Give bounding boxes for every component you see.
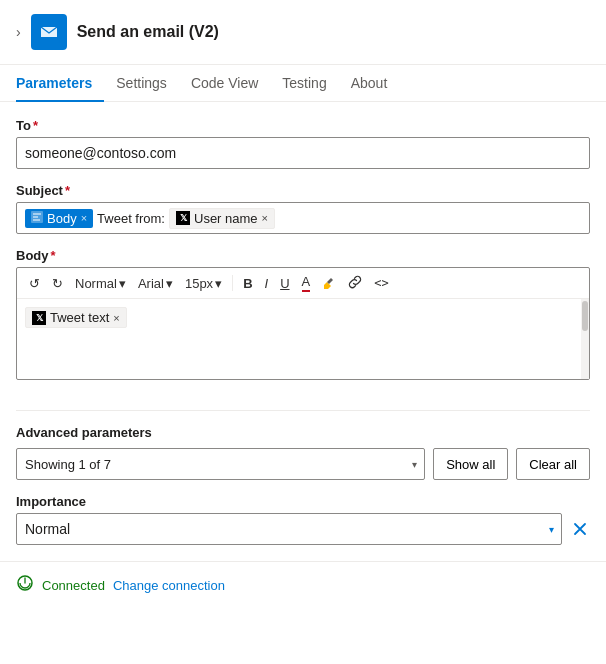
highlight-button[interactable] [318, 273, 340, 294]
body-field-group: Body * ↺ ↻ Normal Arial 15px B [16, 248, 590, 380]
subject-label: Subject * [16, 183, 590, 198]
advanced-label: Advanced parameters [16, 425, 590, 440]
subject-tag-username[interactable]: 𝕏 User name × [169, 208, 275, 229]
required-indicator: * [33, 118, 38, 133]
body-tag-tweet[interactable]: 𝕏 Tweet text × [25, 307, 127, 328]
italic-button[interactable]: I [261, 274, 273, 293]
subject-text-between: Tweet from: [97, 211, 165, 226]
subject-input[interactable]: Body × Tweet from: 𝕏 User name × [16, 202, 590, 234]
tag-label: Body [47, 211, 77, 226]
undo-button[interactable]: ↺ [25, 274, 44, 293]
tabs-bar: Parameters Settings Code View Testing Ab… [0, 65, 606, 102]
tag-close-button[interactable]: × [113, 312, 119, 324]
clear-importance-button[interactable] [570, 519, 590, 539]
size-chevron-icon [215, 276, 222, 291]
toolbar-divider [232, 275, 233, 291]
tab-parameters[interactable]: Parameters [16, 65, 104, 101]
tag-label: User name [194, 211, 258, 226]
back-button[interactable]: › [16, 24, 21, 40]
font-chevron-icon [166, 276, 173, 291]
to-field-group: To * [16, 118, 590, 169]
app-icon [31, 14, 67, 50]
tag-icon [31, 211, 43, 226]
tab-settings[interactable]: Settings [104, 65, 179, 101]
twitter-x-icon: 𝕏 [32, 311, 46, 325]
importance-select[interactable]: Normal Low High [16, 513, 562, 545]
bold-button[interactable]: B [239, 274, 256, 293]
showing-select[interactable]: Showing 1 of 7 [16, 448, 425, 480]
tag-close-button[interactable]: × [262, 212, 268, 224]
importance-row: Normal Low High [16, 513, 590, 545]
tab-about[interactable]: About [339, 65, 400, 101]
size-dropdown[interactable]: 15px [181, 274, 226, 293]
code-button[interactable]: <> [370, 274, 392, 292]
highlight-icon [322, 275, 336, 292]
show-all-button[interactable]: Show all [433, 448, 508, 480]
connected-status: Connected [42, 578, 105, 593]
to-label: To * [16, 118, 590, 133]
change-connection-link[interactable]: Change connection [113, 578, 225, 593]
editor-body[interactable]: 𝕏 Tweet text × [17, 299, 589, 379]
font-label: Arial [138, 276, 164, 291]
code-icon: <> [374, 276, 388, 290]
footer: Connected Change connection [0, 561, 606, 608]
form-content: To * Subject * Body × Tweet from: 𝕏 User… [0, 102, 606, 380]
font-color-label: A [302, 274, 311, 292]
advanced-controls: Showing 1 of 7 Show all Clear all [16, 448, 590, 480]
required-indicator: * [65, 183, 70, 198]
redo-button[interactable]: ↻ [48, 274, 67, 293]
tag-label: Tweet text [50, 310, 109, 325]
importance-select-wrapper: Normal Low High [16, 513, 562, 545]
required-indicator: * [51, 248, 56, 263]
link-icon [348, 275, 362, 292]
subject-field-group: Subject * Body × Tweet from: 𝕏 User name… [16, 183, 590, 234]
scrollbar-thumb [582, 301, 588, 331]
format-dropdown[interactable]: Normal [71, 274, 130, 293]
size-label: 15px [185, 276, 213, 291]
connected-icon [16, 574, 34, 596]
tag-close-button[interactable]: × [81, 212, 87, 224]
subject-tag-body[interactable]: Body × [25, 209, 93, 228]
editor-scrollbar[interactable] [581, 299, 589, 379]
font-dropdown[interactable]: Arial [134, 274, 177, 293]
tab-testing[interactable]: Testing [270, 65, 338, 101]
header: › Send an email (V2) [0, 0, 606, 65]
importance-field: Importance Normal Low High [16, 494, 590, 545]
link-button[interactable] [344, 273, 366, 294]
underline-button[interactable]: U [276, 274, 293, 293]
twitter-x-icon: 𝕏 [176, 211, 190, 225]
body-label: Body * [16, 248, 590, 263]
close-icon [572, 521, 588, 537]
tab-code-view[interactable]: Code View [179, 65, 270, 101]
editor-toolbar: ↺ ↻ Normal Arial 15px B I U [17, 268, 589, 299]
clear-all-button[interactable]: Clear all [516, 448, 590, 480]
advanced-section: Advanced parameters Showing 1 of 7 Show … [0, 394, 606, 545]
page-title: Send an email (V2) [77, 23, 219, 41]
format-chevron-icon [119, 276, 126, 291]
importance-label: Importance [16, 494, 590, 509]
to-input[interactable] [16, 137, 590, 169]
font-color-button[interactable]: A [298, 272, 315, 294]
format-label: Normal [75, 276, 117, 291]
showing-select-wrapper: Showing 1 of 7 [16, 448, 425, 480]
body-editor: ↺ ↻ Normal Arial 15px B I U [16, 267, 590, 380]
